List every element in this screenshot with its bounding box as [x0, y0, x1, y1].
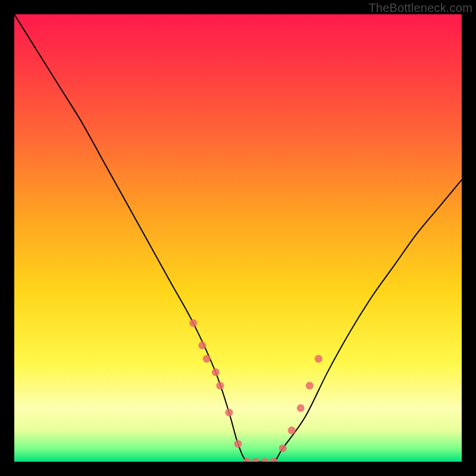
highlight-marker: [315, 355, 322, 363]
highlight-marker: [225, 409, 233, 416]
highlight-marker: [252, 458, 260, 462]
highlight-marker: [297, 404, 305, 412]
highlight-marker: [234, 440, 242, 447]
bottleneck-curve-path: [14, 14, 462, 462]
highlight-marker: [212, 368, 220, 376]
highlight-marker: [279, 444, 287, 452]
highlight-marker: [198, 342, 206, 349]
highlight-marker: [288, 427, 296, 434]
highlight-marker: [203, 355, 211, 363]
watermark-text: TheBottleneck.com: [368, 1, 472, 15]
highlight-marker: [189, 319, 197, 327]
highlight-marker: [216, 382, 224, 390]
chart-svg: [14, 14, 462, 462]
highlight-marker: [261, 458, 269, 462]
chart-frame: [14, 14, 462, 462]
highlight-markers: [189, 319, 322, 462]
highlight-marker: [306, 382, 314, 390]
